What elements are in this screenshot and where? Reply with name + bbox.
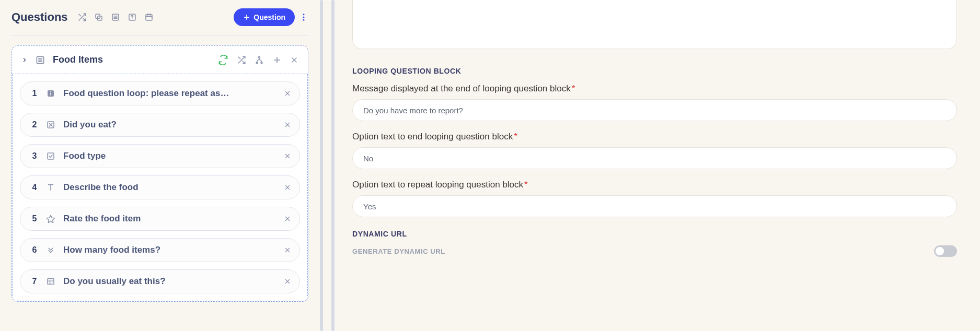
question-number: 4 [31, 183, 38, 192]
required-marker: * [572, 84, 575, 93]
add-question-label: Question [253, 13, 285, 21]
end-option-input[interactable] [352, 147, 957, 169]
svg-point-15 [303, 17, 305, 18]
question-row[interactable]: 6 How many food items? [20, 238, 300, 262]
copy-icon[interactable] [94, 13, 103, 22]
field-end-option: Option text to end looping question bloc… [352, 132, 957, 169]
shuffle-icon[interactable] [77, 13, 87, 22]
question-row[interactable]: 2 Did you eat? [20, 113, 300, 137]
generate-dynamic-url-toggle[interactable] [934, 245, 957, 257]
question-label: How many food items? [63, 245, 276, 255]
group-title: Food Items [53, 54, 103, 65]
info-icon [45, 89, 56, 98]
question-number: 6 [31, 245, 38, 255]
required-marker: * [524, 180, 528, 190]
close-icon[interactable] [284, 246, 291, 254]
list-icon[interactable] [111, 13, 120, 22]
close-icon[interactable] [284, 90, 291, 97]
field-label-text: Option text to end looping question bloc… [352, 132, 513, 141]
list-icon [35, 55, 45, 65]
question-number: 7 [31, 277, 38, 286]
question-row[interactable]: 7 Do you usually eat this? [20, 269, 300, 293]
question-label: Did you eat? [63, 120, 276, 130]
close-icon[interactable] [284, 121, 291, 128]
question-row[interactable]: 1 Food question loop: please repeat as… [20, 81, 300, 105]
shuffle-icon[interactable] [237, 55, 246, 65]
end-message-input[interactable] [352, 99, 957, 121]
questions-header-icons [77, 13, 154, 22]
help-icon[interactable] [128, 13, 137, 22]
chevron-right-icon[interactable] [21, 57, 28, 63]
field-label: Option text to repeat looping question b… [352, 180, 957, 190]
question-row[interactable]: 4 Describe the food [20, 175, 300, 199]
questions-title: Questions [11, 10, 68, 24]
field-label-text: Option text to repeat looping question b… [352, 180, 523, 190]
question-number: 3 [31, 151, 38, 161]
toggle-label: Generate Dynamic URL [352, 247, 445, 255]
questions-list: 1 Food question loop: please repeat as… … [12, 74, 308, 301]
close-icon[interactable] [290, 56, 298, 64]
branch-icon[interactable] [255, 55, 264, 65]
question-group: Food Items [11, 45, 308, 302]
more-menu-icon[interactable] [299, 13, 308, 22]
field-label-text: Message displayed at the end of looping … [352, 84, 571, 93]
section-heading: Looping Question Block [352, 67, 957, 75]
question-number: 1 [31, 89, 38, 98]
section-heading: Dynamic URL [352, 230, 957, 238]
repeat-option-input[interactable] [352, 195, 957, 217]
question-label: Do you usually eat this? [63, 276, 276, 287]
required-marker: * [514, 132, 517, 141]
svg-point-30 [50, 91, 51, 92]
question-label: Food type [63, 151, 276, 161]
calendar-icon[interactable] [144, 13, 154, 22]
svg-rect-8 [146, 15, 152, 20]
field-end-message: Message displayed at the end of looping … [352, 84, 957, 121]
dynamic-url-section: Dynamic URL Generate Dynamic URL [352, 230, 957, 257]
plus-icon[interactable] [272, 55, 282, 65]
question-label: Rate the food item [63, 214, 276, 224]
double-chevron-down-icon [45, 245, 56, 255]
group-actions [218, 55, 298, 65]
svg-rect-29 [50, 93, 51, 96]
svg-marker-45 [47, 215, 55, 222]
add-question-button[interactable]: Question [234, 8, 295, 26]
detail-panel: Looping Question Block Message displayed… [335, 0, 980, 331]
vertical-scrollbar[interactable] [320, 0, 335, 331]
svg-point-14 [303, 14, 305, 15]
question-number: 5 [31, 214, 38, 223]
checkbox-x-icon [45, 120, 56, 129]
text-icon [45, 183, 56, 192]
questions-header: Questions [11, 5, 308, 36]
toggle-row: Generate Dynamic URL [352, 245, 957, 257]
question-number: 2 [31, 120, 38, 129]
close-icon[interactable] [284, 152, 291, 160]
header-divider [11, 36, 308, 36]
star-icon [45, 214, 56, 223]
table-icon [45, 277, 56, 286]
field-label: Message displayed at the end of looping … [352, 84, 957, 94]
svg-rect-38 [48, 153, 54, 159]
question-row[interactable]: 3 Food type [20, 144, 300, 168]
question-row[interactable]: 5 Rate the food item [20, 207, 300, 231]
close-icon[interactable] [284, 184, 291, 191]
question-label: Describe the food [63, 182, 276, 193]
questions-panel: Questions [0, 0, 320, 331]
svg-point-16 [303, 19, 305, 21]
field-repeat-option: Option text to repeat looping question b… [352, 180, 957, 217]
upper-content-box [352, 0, 957, 49]
close-icon[interactable] [284, 278, 291, 285]
loop-icon[interactable] [218, 55, 228, 65]
field-label: Option text to end looping question bloc… [352, 132, 957, 142]
close-icon[interactable] [284, 215, 291, 222]
group-header[interactable]: Food Items [12, 46, 308, 74]
svg-point-7 [132, 18, 132, 19]
check-square-icon [45, 151, 56, 161]
question-label: Food question loop: please repeat as… [63, 88, 276, 99]
